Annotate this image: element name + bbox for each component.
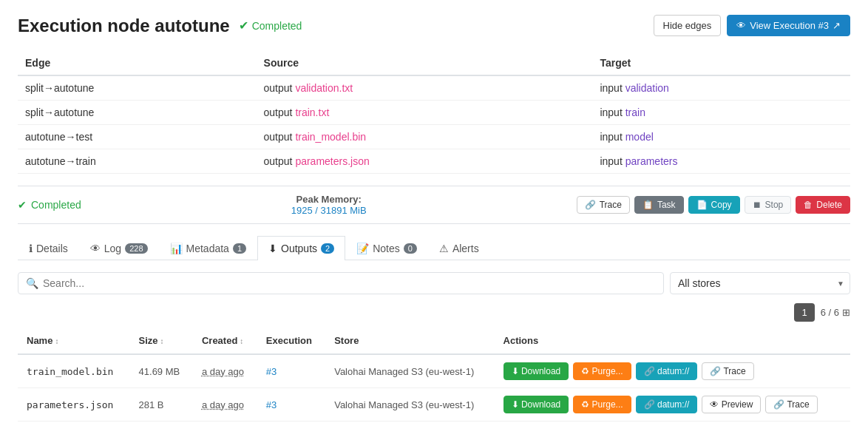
tab-log[interactable]: 👁Log228 [79,236,159,260]
status-check-icon: ✔ [18,199,27,211]
tab-metadata[interactable]: 📊Metadata1 [159,236,258,260]
pagination-bar: 1 6 / 6 ⊞ [18,303,850,322]
page-info: 6 / 6 ⊞ [821,307,850,318]
task-button[interactable]: 📋 Task [634,196,684,214]
tab-label: Log [104,243,121,254]
trace-button[interactable]: 🔗 Trace [765,396,817,413]
files-col-header[interactable]: Created↕ [193,328,257,354]
tab-alerts[interactable]: ⚠Alerts [428,236,490,260]
edge-cell: split→autotune [18,101,257,125]
file-size-cell: 41.69 MB [130,354,193,388]
tab-notes[interactable]: 📝Notes0 [345,236,428,260]
source-col-header: Source [257,51,593,75]
status-badge: ✔ Completed [239,18,302,33]
purge----button[interactable]: ♻ Purge... [573,396,631,413]
files-table: Name↕Size↕Created↕ExecutionStoreActions … [18,328,850,422]
details-icon: ℹ [29,243,33,254]
files-col-header: Execution [257,328,325,354]
search-bar: 🔍 All storesValohai Managed S3 (eu-west-… [18,272,850,294]
file-execution-cell[interactable]: #3 [257,388,325,422]
trash-icon: 🗑 [804,200,813,210]
page-button[interactable]: 1 [794,303,814,322]
trace-button[interactable]: 🔗 Trace [702,362,753,380]
file-created-cell: a day ago [193,388,257,422]
tab-label: Notes [373,243,400,254]
search-input-wrap[interactable]: 🔍 [18,272,664,294]
tab-label: Details [36,243,68,254]
file-execution-cell[interactable]: #3 [257,354,325,388]
download-button[interactable]: ⬇ Download [503,396,569,413]
file-name-cell: parameters.json [18,388,130,422]
copy-icon: 📄 [696,200,708,210]
table-row: autotune→test output train_model.bin inp… [18,125,850,149]
files-col-header[interactable]: Name↕ [18,328,130,354]
alerts-icon: ⚠ [439,243,449,254]
download-button[interactable]: ⬇ Download [503,362,569,380]
tab-label: Outputs [281,243,317,254]
file-created-cell: a day ago [193,354,257,388]
table-row: autotune→train output parameters.json in… [18,149,850,174]
tab-badge: 2 [321,243,334,254]
search-input[interactable] [43,277,656,289]
target-cell: input validation [592,75,850,101]
status-bar: ✔ Completed Peak Memory: 1925 / 31891 Mi… [18,186,850,224]
edge-col-header: Edge [18,51,257,75]
stop-button[interactable]: ⏹ Stop [745,196,792,214]
tabs: ℹDetails👁Log228📊Metadata1⬇Outputs2📝Notes… [18,236,850,260]
file-name-cell: train_model.bin [18,354,130,388]
tab-outputs[interactable]: ⬇Outputs2 [257,236,345,260]
tab-badge: 0 [404,243,417,254]
table-row: train_model.bin 41.69 MB a day ago #3 Va… [18,354,850,388]
external-link-icon: ↗ [833,20,841,31]
file-size-cell: 281 B [130,388,193,422]
page-title: Execution node autotune [18,16,230,36]
table-row: parameters.json 281 B a day ago #3 Valoh… [18,388,850,422]
trace-icon: 🔗 [585,200,596,210]
source-cell: output parameters.json [257,149,593,174]
files-col-header: Actions [495,328,850,354]
store-select[interactable]: All storesValohai Managed S3 (eu-west-1) [670,272,850,294]
check-icon: ✔ [239,18,248,33]
peak-memory: Peak Memory: 1925 / 31891 MiB [291,194,367,216]
target-cell: input train [592,101,850,125]
table-row: split→autotune output train.txt input tr… [18,101,850,125]
target-cell: input model [592,125,850,149]
notes-icon: 📝 [356,243,369,254]
source-cell: output train_model.bin [257,125,593,149]
stop-icon: ⏹ [753,200,762,210]
source-cell: output validation.txt [257,75,593,101]
delete-button[interactable]: 🗑 Delete [796,196,850,214]
edges-table: Edge Source Target split→autotune output… [18,51,850,174]
tab-badge: 228 [125,243,147,254]
execution-status: ✔ Completed [18,199,81,211]
sort-icon: ↕ [55,337,58,345]
view-execution-button[interactable]: 👁 View Execution #3 ↗ [727,15,850,36]
source-cell: output train.txt [257,101,593,125]
status-actions: 🔗 Trace 📋 Task 📄 Copy ⏹ Stop 🗑 Delete [577,196,850,214]
file-store-cell: Valohai Managed S3 (eu-west-1) [325,354,494,388]
copy-button[interactable]: 📄 Copy [688,196,740,214]
purge----button[interactable]: ♻ Purge... [573,362,631,380]
target-col-header: Target [592,51,850,75]
datum----button[interactable]: 🔗 datum:// [636,396,698,413]
tab-badge: 1 [233,243,246,254]
hide-edges-button[interactable]: Hide edges [654,15,722,36]
store-select-wrap: All storesValohai Managed S3 (eu-west-1) [670,272,850,294]
table-row: split→autotune output validation.txt inp… [18,75,850,101]
header-left: Execution node autotune ✔ Completed [18,16,302,36]
trace-button[interactable]: 🔗 Trace [577,196,630,214]
edge-cell: split→autotune [18,75,257,101]
status-text: Completed [252,20,302,32]
tab-label: Metadata [186,243,229,254]
outputs-icon: ⬇ [268,243,277,254]
tab-details[interactable]: ℹDetails [18,236,79,260]
metadata-icon: 📊 [170,243,183,254]
datum----button[interactable]: 🔗 datum:// [636,362,698,380]
files-col-header[interactable]: Size↕ [130,328,193,354]
edge-cell: autotune→test [18,125,257,149]
edge-cell: autotune→train [18,149,257,174]
grid-icon: ⊞ [842,307,850,318]
search-icon: 🔍 [26,277,38,289]
log-icon: 👁 [90,243,101,254]
preview-button[interactable]: 👁 Preview [702,396,761,413]
